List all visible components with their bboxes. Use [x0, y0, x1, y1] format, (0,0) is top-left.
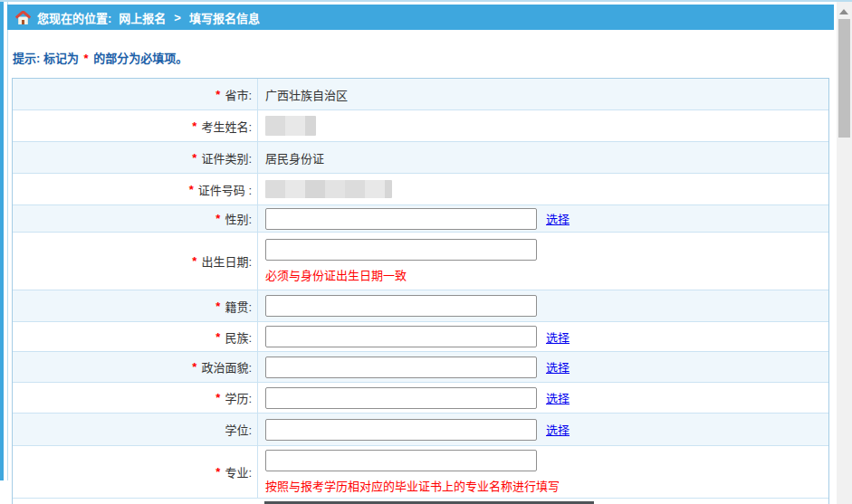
label-cell: * 证件类别:	[13, 142, 257, 173]
value-cell: 选择	[257, 322, 828, 351]
required-asterisk: *	[215, 465, 220, 479]
value-cell: 选择	[257, 205, 828, 232]
required-asterisk: *	[192, 119, 196, 133]
gender-label: 性别:	[225, 210, 252, 227]
form-table: * 省市: 广西壮族自治区 * 考生姓名: * 证件类别: 居民身份证 * 证件…	[12, 78, 829, 504]
required-asterisk: *	[215, 330, 220, 344]
next-row-cutoff	[13, 499, 828, 504]
breadcrumb-item-online-registration[interactable]: 网上报名	[119, 9, 166, 26]
label-cell: * 政治面貌:	[13, 352, 257, 382]
content-left-border	[7, 2, 8, 480]
candidate-name-redacted-value	[265, 116, 316, 136]
form-row-education: * 学历: 选择	[13, 383, 828, 414]
id-type-value: 居民身份证	[265, 149, 324, 166]
gender-select-link[interactable]: 选择	[546, 210, 570, 227]
label-cell: * 考生姓名:	[13, 110, 257, 141]
education-input[interactable]	[265, 387, 537, 409]
ethnicity-label: 民族:	[225, 328, 252, 346]
form-row-gender: * 性别: 选择	[13, 205, 828, 233]
political-status-label: 政治面貌:	[201, 358, 252, 376]
form-row-political-status: * 政治面貌: 选择	[13, 352, 828, 383]
value-cell: 选择	[257, 383, 828, 413]
home-icon	[15, 11, 31, 24]
native-place-input[interactable]	[265, 295, 537, 317]
required-asterisk: *	[192, 360, 196, 374]
province-label: 省市:	[225, 86, 252, 103]
label-cell: * 专业:	[13, 446, 257, 498]
major-input[interactable]	[265, 450, 537, 471]
id-number-redacted-value	[265, 180, 392, 198]
breadcrumb-prefix: 您现在的位置:	[37, 9, 111, 26]
breadcrumb-bar: 您现在的位置: 网上报名 > 填写报名信息	[7, 5, 834, 30]
tip-text-after: 的部分为必填项。	[93, 52, 187, 65]
label-cell: * 籍贯:	[13, 290, 257, 321]
value-cell	[257, 290, 828, 321]
ethnicity-select-link[interactable]: 选择	[546, 328, 570, 346]
breadcrumb-separator: >	[174, 11, 181, 24]
label-cell: * 省市:	[13, 79, 257, 109]
breadcrumb-item-fill-registration-info: 填写报名信息	[189, 9, 260, 26]
required-asterisk: *	[192, 254, 196, 268]
degree-label: 学位:	[225, 421, 252, 438]
form-row-degree: * 学位: 选择	[13, 414, 828, 446]
form-row-ethnicity: * 民族: 选择	[13, 322, 828, 352]
required-asterisk: *	[192, 151, 196, 165]
scrollbar-thumb[interactable]	[838, 19, 850, 138]
value-cell: 选择	[257, 414, 828, 445]
tip-required-marker: *	[84, 52, 89, 65]
form-row-province: * 省市: 广西壮族自治区	[13, 79, 828, 110]
required-asterisk: *	[215, 391, 220, 404]
value-cell	[257, 110, 828, 141]
degree-input[interactable]	[265, 419, 537, 441]
birth-date-hint: 必须与身份证出生日期一致	[265, 266, 407, 283]
required-fields-tip: 提示: 标记为 * 的部分为必填项。	[13, 49, 187, 66]
major-hint: 按照与报考学历相对应的毕业证书上的专业名称进行填写	[265, 477, 560, 494]
form-row-major: * 专业: 按照与报考学历相对应的毕业证书上的专业名称进行填写	[13, 446, 828, 499]
ethnicity-input[interactable]	[265, 326, 537, 347]
education-select-link[interactable]: 选择	[546, 389, 570, 406]
value-cell	[257, 174, 828, 204]
vertical-scrollbar[interactable]	[837, 2, 852, 504]
page-left-accent-strip	[0, 2, 4, 480]
value-cell: 按照与报考学历相对应的毕业证书上的专业名称进行填写	[257, 446, 828, 498]
required-asterisk: *	[215, 300, 220, 313]
birth-date-input[interactable]	[265, 239, 537, 261]
province-value: 广西壮族自治区	[265, 86, 348, 103]
degree-select-link[interactable]: 选择	[546, 421, 570, 438]
education-label: 学历:	[225, 389, 252, 406]
label-cell: * 证件号码 :	[13, 174, 257, 204]
political-status-select-link[interactable]: 选择	[546, 358, 570, 376]
required-asterisk: *	[215, 88, 220, 101]
form-row-candidate-name: * 考生姓名:	[13, 110, 828, 142]
page-top-border	[0, 0, 852, 2]
label-cell: * 民族:	[13, 322, 257, 351]
id-number-label: 证件号码 :	[198, 181, 252, 198]
form-row-native-place: * 籍贯:	[13, 290, 828, 322]
form-row-id-number: * 证件号码 :	[13, 174, 828, 205]
value-cell: 广西壮族自治区	[257, 79, 828, 109]
label-cell: * 性别:	[13, 205, 257, 232]
value-cell: 选择	[257, 352, 828, 382]
form-row-id-type: * 证件类别: 居民身份证	[13, 142, 828, 174]
scrollbar-up-arrow-icon[interactable]	[839, 9, 848, 14]
candidate-name-label: 考生姓名:	[201, 118, 252, 135]
value-cell: 居民身份证	[257, 142, 828, 173]
label-cell: * 学位:	[13, 414, 257, 445]
value-cell: 必须与身份证出生日期一致	[257, 233, 828, 290]
label-cell: * 学历:	[13, 383, 257, 413]
tip-text-before: 提示: 标记为	[13, 52, 79, 65]
form-row-birth-date: * 出生日期: 必须与身份证出生日期一致	[13, 233, 828, 290]
required-asterisk: *	[189, 183, 194, 196]
political-status-input[interactable]	[265, 357, 537, 378]
birth-date-label: 出生日期:	[201, 252, 252, 270]
required-asterisk: *	[215, 212, 220, 225]
id-type-label: 证件类别:	[201, 149, 252, 166]
gender-input[interactable]	[265, 208, 537, 230]
major-label: 专业:	[225, 463, 252, 480]
native-place-label: 籍贯:	[225, 298, 252, 315]
label-cell: * 出生日期:	[13, 233, 257, 290]
